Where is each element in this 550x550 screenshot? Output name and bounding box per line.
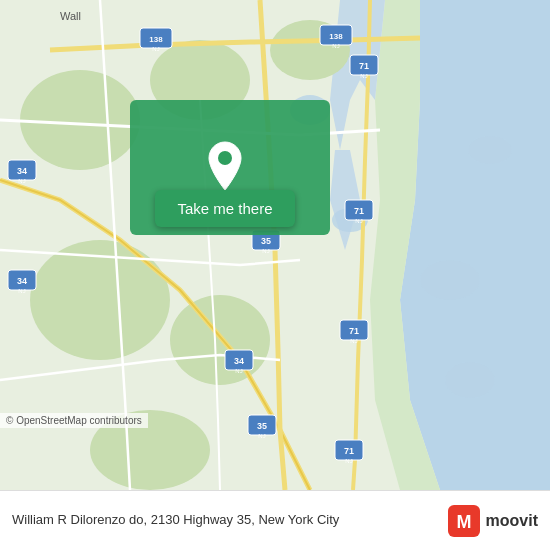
moovit-logo: M moovit — [448, 505, 538, 537]
moovit-name: moovit — [486, 512, 538, 530]
svg-text:NJ: NJ — [332, 43, 339, 49]
svg-text:NJ: NJ — [360, 73, 367, 79]
svg-point-51 — [218, 151, 232, 165]
svg-text:NJ: NJ — [152, 46, 159, 52]
svg-point-15 — [468, 136, 512, 164]
svg-text:71: 71 — [359, 61, 369, 71]
copyright-bar: © OpenStreetMap contributors — [0, 413, 148, 428]
take-me-there-overlay: Take me there — [130, 140, 320, 227]
svg-text:34: 34 — [234, 356, 244, 366]
svg-text:138: 138 — [149, 35, 163, 44]
svg-text:NJ: NJ — [262, 248, 269, 254]
svg-point-5 — [20, 70, 140, 170]
svg-text:71: 71 — [354, 206, 364, 216]
svg-text:35: 35 — [261, 236, 271, 246]
svg-text:34: 34 — [17, 166, 27, 176]
svg-text:NJ: NJ — [350, 338, 357, 344]
svg-point-8 — [30, 240, 170, 360]
svg-text:71: 71 — [344, 446, 354, 456]
svg-text:NJ: NJ — [355, 218, 362, 224]
svg-text:138: 138 — [329, 32, 343, 41]
svg-text:71: 71 — [349, 326, 359, 336]
address-text: William R Dilorenzo do, 2130 Highway 35,… — [12, 511, 448, 529]
svg-text:NJ: NJ — [18, 178, 25, 184]
svg-text:NJ: NJ — [18, 288, 25, 294]
map-container: 34 NJ 34 NJ 34 NJ 138 NJ 138 NJ 71 NJ 71… — [0, 0, 550, 490]
svg-point-13 — [420, 260, 480, 300]
bottom-bar: William R Dilorenzo do, 2130 Highway 35,… — [0, 490, 550, 550]
svg-text:M: M — [456, 512, 471, 532]
svg-text:NJ: NJ — [235, 368, 242, 374]
svg-marker-1 — [400, 0, 550, 490]
svg-text:NJ: NJ — [345, 458, 352, 464]
svg-text:Wall: Wall — [60, 10, 81, 22]
svg-point-14 — [445, 362, 495, 398]
location-pin-icon — [203, 140, 247, 192]
svg-text:NJ: NJ — [258, 433, 265, 439]
attribution-text: © OpenStreetMap contributors — [6, 415, 142, 426]
svg-text:35: 35 — [257, 421, 267, 431]
take-me-there-button[interactable]: Take me there — [155, 190, 294, 227]
moovit-icon: M — [448, 505, 480, 537]
svg-text:34: 34 — [17, 276, 27, 286]
